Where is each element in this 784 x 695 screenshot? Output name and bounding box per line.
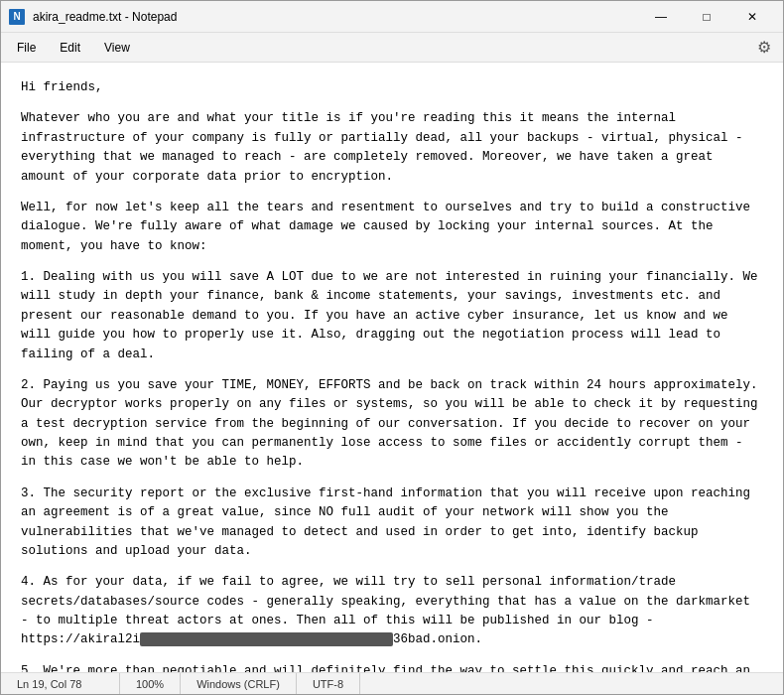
text-content-area[interactable]: Hi friends, Whatever who you are and wha… [1,63,783,672]
menu-file[interactable]: File [5,37,48,59]
paragraph-1: Whatever who you are and what your title… [21,109,763,187]
paragraph-2: Well, for now let's keep all the tears a… [21,199,763,256]
item-4-url-start: https://akiral2i [21,632,140,646]
cursor-position: Ln 19, Col 78 [1,673,120,694]
menu-edit[interactable]: Edit [48,37,92,59]
menu-view[interactable]: View [92,37,142,59]
item-4-text: 4. As for your data, if we fail to agree… [21,575,750,627]
menu-bar: File Edit View ⚙ [1,33,783,63]
item-2: 2. Paying us you save your TIME, MONEY, … [21,376,763,473]
settings-icon[interactable]: ⚙ [749,33,779,63]
item-5: 5. We're more than negotiable and will d… [21,662,763,672]
title-bar: N akira_readme.txt - Notepad — □ ✕ [1,1,783,33]
zoom-level: 100% [120,673,181,694]
content-wrapper: Hi friends, Whatever who you are and wha… [1,63,783,672]
window-title: akira_readme.txt - Notepad [33,10,638,24]
line-ending: Windows (CRLF) [181,673,297,694]
close-button[interactable]: ✕ [729,1,775,33]
item-3: 3. The security report or the exclusive … [21,485,763,562]
item-4-url-redacted [140,632,393,646]
item-1: 1. Dealing with us you will save A LOT d… [21,268,763,364]
minimize-button[interactable]: — [638,1,684,33]
maximize-button[interactable]: □ [684,1,729,33]
greeting-line: Hi friends, [21,78,763,97]
status-bar: Ln 19, Col 78 100% Windows (CRLF) UTF-8 [1,672,783,694]
item-4-url-end: 36bad.onion. [393,632,482,646]
app-icon: N [9,9,25,25]
encoding: UTF-8 [297,673,360,694]
item-4: 4. As for your data, if we fail to agree… [21,573,763,650]
notepad-window: N akira_readme.txt - Notepad — □ ✕ File … [0,0,784,695]
window-controls: — □ ✕ [638,1,775,33]
app-icon-letter: N [13,11,20,22]
